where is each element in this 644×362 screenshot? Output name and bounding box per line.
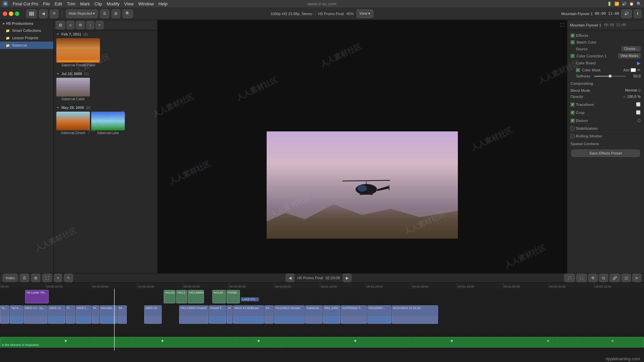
clip-tail-b[interactable]: Tail B... [0,305,9,324]
stabilization-checkbox[interactable] [571,126,575,130]
library-btn[interactable] [26,9,37,18]
blend-mode-value[interactable]: Normal ◇ [625,88,641,93]
clip-mitch-lift-off[interactable]: Mitch Lift Off [75,305,92,324]
clip-desert[interactable]: Sabercat-Desert [56,112,90,135]
clip-lake[interactable]: Sabercat-Lake [91,112,125,135]
color-board-arrow[interactable]: ▶ [637,60,641,66]
browser-group-by[interactable]: ⊞ [76,21,85,29]
menu-view[interactable]: View [124,1,133,6]
tl-audio-btn[interactable]: 🎵 [564,274,575,282]
clip-tail-boom[interactable]: Tail Boom... [10,305,23,324]
tl-view-btn[interactable]: ☰ [20,274,29,282]
eyedropper-icon[interactable]: ✏ [637,68,641,72]
clip-img6493[interactable]: IMG_6493 [323,305,340,324]
menu-trim[interactable]: Trim [67,1,75,6]
softness-thumb[interactable] [608,74,612,78]
tl-filter-btn[interactable]: ⌖ [54,274,62,282]
menu-file[interactable]: File [43,1,50,6]
browser-view-list[interactable]: ≡ [66,21,74,29]
view-masks-btn[interactable]: View Masks [618,53,641,58]
clip-mitch-4a[interactable]: Mitch 4A Multicam [233,305,264,324]
maximize-btn[interactable] [15,11,19,16]
tl-link-btn[interactable]: 🔗 [609,274,620,282]
menu-app[interactable]: Final Cut Pro [13,1,38,6]
clip-im[interactable]: IM... [264,305,274,324]
clip-sabercat[interactable]: Sabercat... [305,305,323,324]
inspector-audio-btn[interactable]: 🔊 [621,9,632,18]
view-mode-list[interactable]: ☰ [100,9,109,18]
tl-skimmer-btn[interactable]: ⊳ [632,274,641,282]
rolling-shutter-checkbox[interactable] [571,134,575,138]
browser-view-filmstrip[interactable]: ▤ [56,21,65,29]
sidebar-item-lesson-projects[interactable]: 📁 Lesson Projects [0,34,53,42]
menu-mark[interactable]: Mark [80,1,90,6]
clip-desert-fly[interactable]: Desert Fly... [209,305,226,324]
tl-settings-btn[interactable]: ⚙ [588,274,598,282]
menu-edit[interactable]: Edit [55,1,62,6]
keyframe-1[interactable] [65,340,67,342]
back-btn[interactable]: ◀ [39,9,48,18]
hide-rejected-btn[interactable]: Hide Rejected ▾ [66,9,98,18]
color-swatch[interactable] [631,68,636,72]
match-color-checkbox[interactable]: ✓ [571,40,575,44]
crop-checkbox[interactable]: ✓ [571,111,575,115]
clip-hs110511[interactable]: HS110511-Sunset [274,305,305,324]
clip-powell-pano[interactable]: Sabercat-Powell-Pano [56,38,100,67]
upper-clip-hs090[interactable]: HS090... [226,290,240,303]
playhead[interactable] [114,289,115,351]
clip-cabin[interactable]: Sabercat-Cabin [56,78,90,101]
minimize-btn[interactable] [9,11,13,16]
keyframe-5[interactable] [451,340,453,342]
upper-clip-h5-lower[interactable]: H5 Lower Thi... [25,290,49,303]
clip-m2[interactable]: M... [227,305,233,324]
tl-clip-size-btn[interactable]: ⊡ [599,274,608,282]
upper-clip-hs1308907[interactable]: HS1308907... [188,290,204,303]
tl-arrow-btn[interactable]: ↖ [64,274,73,282]
color-mask-checkbox[interactable]: ✓ [576,68,580,72]
clip-mitch-liftoff-prep[interactable]: Mitch Liftoff Prep [48,305,65,324]
lake-po-badge[interactable]: LAKE PO... [241,297,259,301]
menu-clip[interactable]: Clip [95,1,102,6]
clip-hs1308807-powell[interactable]: HS1130807-Powell [179,305,209,324]
menu-help[interactable]: Help [159,1,168,6]
clip-nc2a9424[interactable]: NC2A9424 12:35:26 [392,305,438,324]
save-effects-preset-btn[interactable]: Save Effects Preset [571,149,640,157]
index-btn[interactable]: Index [3,274,18,282]
tl-zoom-btn[interactable]: ⛶ [42,274,52,282]
sidebar-item-smart-collections[interactable]: 📁 Smart Collections [0,27,53,34]
library-group-h5[interactable]: ▶ H5 Productions [0,20,53,27]
tl-snap-btn[interactable]: ◫ [622,274,631,282]
fullscreen-btn[interactable]: ⛶ [560,23,564,27]
transform-checkbox[interactable]: ✓ [571,103,575,107]
menu-window[interactable]: Window [138,1,154,6]
clip-hs100907[interactable]: HS100907... [367,305,391,324]
search-btn[interactable]: 🔍 [122,9,133,18]
clip-mitch-3a[interactable]: Mitch-3A [144,305,162,324]
clip-mitch-synch[interactable]: Mitch-1A - Synch... [23,305,48,324]
clip-m[interactable]: M... [92,305,99,324]
effects-checkbox[interactable]: ✓ [571,34,575,38]
keyframe-4[interactable] [354,340,356,342]
browser-sort[interactable]: ↕ [86,21,94,29]
color-correction-checkbox[interactable]: ✓ [571,54,575,58]
clip-mitc[interactable]: Mitc... [117,305,127,324]
upper-clip-hs130-3[interactable]: HS130... [212,290,226,303]
upper-clip-hs130-1[interactable]: HS130... [164,290,175,303]
forward-btn[interactable]: ⟳ [50,9,59,18]
inspector-info-btn[interactable]: ℹ [634,9,641,18]
browser-filter[interactable]: ⌖ [96,21,104,29]
keyframe-2[interactable] [161,340,163,342]
clip-gopr0002[interactable]: GOPR0002-T... [341,305,367,324]
clip-rotor[interactable]: Rotor... [66,305,75,324]
tl-back-btn[interactable]: ◀ [286,274,294,282]
distort-checkbox[interactable]: ✓ [571,119,575,123]
tl-headphone-btn[interactable]: 🎧 [576,274,587,282]
upper-clip-hs13-2[interactable]: HS13... [176,290,187,303]
menu-modify[interactable]: Modify [107,1,119,6]
tl-clip-btn[interactable]: ⊞ [31,274,40,282]
view-dropdown[interactable]: View ▾ [357,9,374,18]
close-btn[interactable] [3,11,7,16]
music-clip-inspiration[interactable]: In the Moment of Inspiration [0,337,644,348]
tl-fwd-btn[interactable]: ▶ [343,274,352,282]
sidebar-item-sabercat[interactable]: 📁 Sabercat [0,42,53,49]
